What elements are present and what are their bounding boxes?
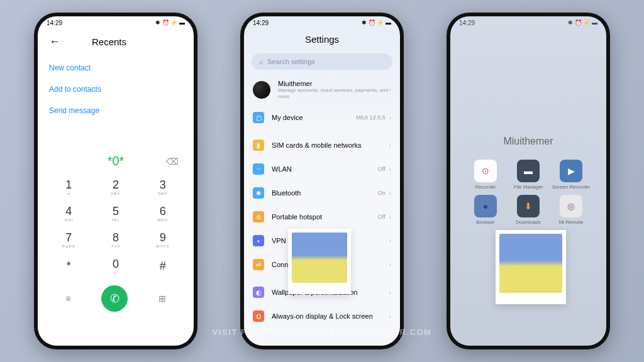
settings-item-value: On [378, 190, 386, 196]
app-file-manager[interactable]: ▬File Manager [508, 160, 548, 190]
app-icon: ◎ [560, 195, 582, 217]
keypad-toggle-icon[interactable]: ⊞ [158, 293, 166, 304]
settings-item[interactable]: ⌔WLANOff› [244, 157, 400, 181]
menu-icon[interactable]: ≡ [65, 293, 70, 304]
key-letters: ABC [111, 192, 120, 195]
app-recorder[interactable]: ⊙Recorder [465, 160, 506, 190]
page-title: Recents [92, 36, 126, 47]
settings-item[interactable]: ▮SIM cards & mobile networks› [244, 133, 400, 157]
app-icon: ▶ [560, 160, 582, 182]
settings-item[interactable]: ✱BluetoothOn› [244, 181, 400, 205]
keypad-key-3[interactable]: 3DEF [139, 173, 186, 200]
account-subtitle: Manage accounts, cloud services, payment… [278, 87, 389, 99]
chevron-right-icon: › [389, 238, 391, 244]
status-time: 14:29 [253, 19, 269, 26]
backspace-icon[interactable]: ⌫ [166, 156, 179, 167]
settings-item-label: Portable hotspot [272, 213, 378, 221]
key-number: # [160, 260, 166, 273]
settings-item[interactable]: ⊚Portable hotspotOff› [244, 205, 400, 229]
keypad-key-#[interactable]: # [139, 253, 186, 279]
theme-preview-image [496, 230, 566, 304]
chevron-right-icon: › [389, 142, 391, 149]
status-bar: 14:29 ✱ ⏰ ⚡ ▬ [244, 16, 400, 29]
app-icon: ▬ [517, 160, 540, 182]
phone-mockup-home: 14:29 ✱ ⏰ ⚡ ▬ Miuithemer ⊙Recorder▬File … [447, 13, 610, 349]
keypad-key-7[interactable]: 7PQRS [45, 226, 92, 253]
settings-item-label: Always-on display & Lock screen [272, 312, 389, 320]
key-number: 1 [65, 178, 72, 192]
status-icons: ✱ ⏰ ⚡ ▬ [568, 19, 597, 26]
folder-title: Miuithemer [450, 136, 606, 147]
status-time: 14:29 [47, 19, 62, 26]
settings-item-icon: ✱ [253, 187, 264, 199]
app-label: Mi Remote [559, 219, 584, 225]
page-title: Settings [244, 29, 400, 50]
app-icon: ⊙ [474, 160, 497, 182]
app-screen-recorder[interactable]: ▶Screen Recorder [551, 160, 591, 190]
phone-mockup-settings: 14:29 ✱ ⏰ ⚡ ▬ Settings ⌕ Search settings… [240, 13, 404, 349]
keypad-key-9[interactable]: 9WXYZ [139, 226, 186, 253]
key-number: 0 [113, 258, 119, 271]
folder-grid: ⊙Recorder▬File Manager▶Screen Recorder●B… [450, 160, 606, 225]
app-browser[interactable]: ●Browser [465, 195, 506, 225]
chevron-right-icon: › [389, 313, 391, 320]
search-input[interactable]: ⌕ Search settings [252, 53, 392, 70]
account-item[interactable]: Miuithemer Manage accounts, cloud servic… [244, 74, 400, 106]
settings-item-icon: ⇄ [253, 259, 264, 270]
app-downloads[interactable]: ⬇Downloads [508, 195, 548, 225]
app-label: Recorder [475, 184, 496, 190]
chevron-right-icon: › [389, 289, 391, 296]
key-letters: PQRS [62, 244, 75, 248]
status-bar: 14:29 ✱ ⏰ ⚡ ▬ [450, 16, 606, 29]
app-label: Downloads [516, 219, 541, 225]
search-placeholder: Search settings [267, 58, 315, 65]
key-number: 2 [113, 178, 119, 192]
key-letters: WXYZ [156, 244, 169, 248]
key-letters: ∞ [67, 192, 70, 195]
settings-item-icon: ⌔ [253, 163, 264, 175]
key-letters: TUV [111, 244, 120, 248]
chevron-right-icon: › [389, 114, 391, 121]
status-icons: ✱ ⏰ ⚡ ▬ [155, 19, 185, 26]
dialed-number: *0* [108, 154, 125, 168]
keypad-key-*[interactable]: * [45, 253, 92, 279]
chevron-right-icon: › [389, 261, 391, 268]
phone-mockup-dialer: 14:29 ✱ ⏰ ⚡ ▬ ← Recents New contact Add … [34, 13, 197, 349]
key-number: 3 [160, 178, 166, 192]
new-contact-link[interactable]: New contact [38, 57, 194, 79]
key-letters: GHI [64, 218, 73, 222]
keypad-key-0[interactable]: 0+ [92, 253, 140, 279]
settings-item-icon: ▪ [253, 235, 264, 246]
settings-item-label: My device [272, 114, 356, 121]
dialer-header: ← Recents [38, 29, 194, 57]
keypad-key-6[interactable]: 6MNO [139, 200, 186, 226]
phone-icon: ✆ [110, 292, 119, 305]
key-letters: + [114, 271, 118, 275]
back-arrow-icon[interactable]: ← [49, 35, 60, 48]
settings-item[interactable]: ▢My deviceMIUI 12.5.5› [244, 106, 400, 129]
call-button[interactable]: ✆ [101, 285, 128, 312]
settings-item-icon: ⏣ [253, 310, 264, 322]
keypad-key-1[interactable]: 1∞ [45, 173, 92, 200]
theme-preview-image [288, 229, 351, 294]
settings-item-value: MIUI 12.5.5 [356, 114, 386, 121]
keypad: 1∞2ABC3DEF4GHI5JKL6MNO7PQRS8TUV9WXYZ*0+# [38, 173, 194, 279]
settings-item-label: Bluetooth [272, 189, 378, 197]
settings-item-icon: ⊚ [253, 211, 264, 222]
app-mi-remote[interactable]: ◎Mi Remote [551, 195, 591, 225]
key-number: 4 [65, 205, 72, 218]
keypad-key-5[interactable]: 5JKL [92, 200, 140, 226]
settings-item-icon: ▢ [253, 112, 264, 123]
status-bar: 14:29 ✱ ⏰ ⚡ ▬ [38, 16, 194, 29]
key-number: 7 [65, 231, 72, 244]
add-to-contacts-link[interactable]: Add to contacts [38, 79, 194, 100]
status-icons: ✱ ⏰ ⚡ ▬ [362, 19, 391, 26]
keypad-key-8[interactable]: 8TUV [92, 226, 140, 253]
send-message-link[interactable]: Send message [38, 100, 194, 121]
settings-item[interactable]: ⏣Always-on display & Lock screen› [244, 304, 400, 328]
keypad-key-2[interactable]: 2ABC [92, 173, 140, 200]
keypad-key-4[interactable]: 4GHI [45, 200, 92, 226]
settings-item-label: SIM cards & mobile networks [272, 141, 389, 149]
dial-display: *0* ⌫ [38, 146, 194, 173]
app-label: File Manager [514, 184, 543, 190]
